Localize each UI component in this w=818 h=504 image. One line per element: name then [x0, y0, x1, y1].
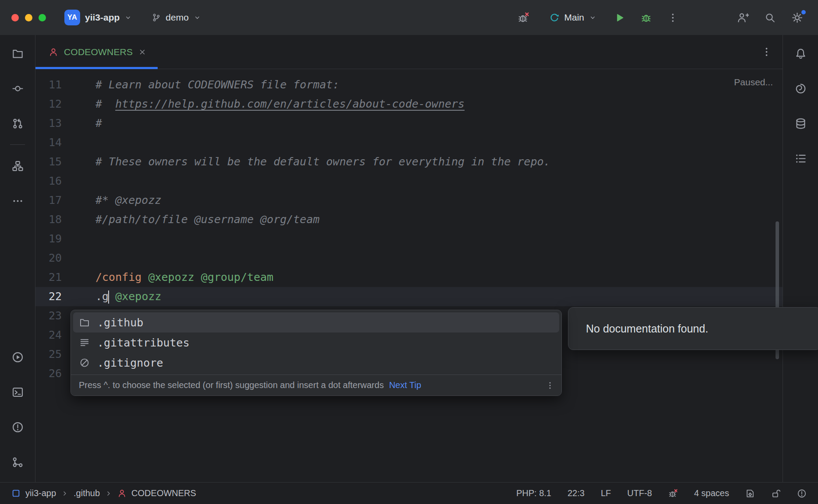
line-code: # — [62, 114, 783, 133]
run-button[interactable] — [611, 10, 628, 26]
branch-widget[interactable]: demo — [148, 9, 205, 26]
line-number: 17 — [35, 191, 62, 210]
chevron-down-icon — [194, 14, 201, 21]
add-user-icon — [737, 12, 749, 24]
tab-list-options-button[interactable] — [758, 35, 775, 69]
close-tab-icon[interactable] — [138, 48, 146, 56]
kebab-menu-icon — [667, 12, 678, 23]
completion-item[interactable]: .github — [73, 312, 559, 332]
code-line[interactable]: 12# https://help.github.com/en/articles/… — [35, 94, 783, 114]
zoom-window-button[interactable] — [39, 14, 46, 21]
muted-breakpoints-icon[interactable] — [668, 489, 678, 498]
line-number: 16 — [35, 172, 62, 191]
run-configuration-widget[interactable]: Main — [545, 9, 601, 26]
kebab-menu-icon — [761, 46, 772, 57]
code-line[interactable]: 21/config @xepozz @group/team — [35, 268, 783, 287]
chevron-down-icon — [589, 14, 596, 21]
code-token: /config — [95, 271, 141, 284]
breadcrumb-label: CODEOWNERS — [131, 488, 196, 498]
debugger-status-label: Paused... — [734, 77, 773, 88]
breadcrumb-separator-icon — [61, 490, 68, 497]
code-line[interactable]: 19 — [35, 229, 783, 248]
hint-options-icon[interactable] — [546, 381, 554, 390]
code-line[interactable]: 13# — [35, 114, 783, 133]
structure-tool-button[interactable] — [5, 154, 30, 178]
codeowners-avatar-icon — [49, 47, 58, 57]
notifications-tool-button[interactable] — [788, 41, 813, 66]
run-circle-icon — [12, 351, 24, 363]
code-line[interactable]: 15# These owners will be the default own… — [35, 152, 783, 172]
code-line[interactable]: 18#/path/to/file @username @org/team — [35, 210, 783, 229]
tab-codeowners[interactable]: CODEOWNERS — [35, 35, 158, 69]
todo-tool-button[interactable] — [788, 146, 813, 171]
run-tool-button[interactable] — [5, 345, 30, 369]
line-code: #/path/to/file @username @org/team — [62, 210, 783, 229]
line-number: 14 — [35, 133, 62, 152]
breadcrumb-item[interactable]: .github — [74, 488, 100, 498]
line-number: 13 — [35, 114, 62, 133]
php-version[interactable]: PHP: 8.1 — [516, 488, 551, 498]
database-tool-button[interactable] — [788, 111, 813, 136]
line-number: 22 — [35, 287, 62, 306]
branch-name: demo — [166, 12, 189, 23]
more-tool-windows-button[interactable] — [5, 189, 30, 213]
problems-tool-button[interactable] — [5, 415, 30, 439]
code-token: # These owners will be the default owner… — [95, 155, 550, 168]
code-editor[interactable]: 11# Learn about CODEOWNERS file format:1… — [35, 69, 783, 482]
code-line[interactable]: 16 — [35, 172, 783, 191]
project-widget[interactable]: YA yii3-app — [60, 6, 136, 29]
settings-button[interactable] — [789, 9, 806, 26]
folder-icon — [12, 48, 24, 60]
commit-icon — [12, 83, 24, 94]
code-line[interactable]: 11# Learn about CODEOWNERS file format: — [35, 75, 783, 94]
project-badge: YA — [64, 10, 80, 25]
code-token: .g — [95, 290, 109, 303]
code-token: # — [95, 98, 115, 110]
completion-item[interactable]: .gitignore — [73, 353, 559, 373]
breadcrumb-item[interactable]: CODEOWNERS — [117, 488, 196, 498]
line-code: # These owners will be the default owner… — [62, 152, 783, 172]
indent-size[interactable]: 4 spaces — [694, 488, 729, 498]
code-token — [109, 290, 115, 303]
commit-tool-button[interactable] — [5, 76, 30, 101]
line-code — [62, 133, 783, 152]
file-lock-icon[interactable] — [771, 489, 781, 498]
documentation-message: No documentation found. — [586, 322, 708, 335]
breadcrumb-item[interactable]: yii3-app — [11, 488, 56, 498]
git-tool-button[interactable] — [5, 450, 30, 474]
terminal-tool-button[interactable] — [5, 380, 30, 404]
code-line[interactable]: 22.g @xepozz — [35, 287, 783, 306]
caret-position[interactable]: 22:3 — [568, 488, 585, 498]
run-config-icon — [550, 13, 559, 22]
line-number: 20 — [35, 248, 62, 268]
code-style-icon[interactable] — [745, 489, 755, 498]
project-tool-button[interactable] — [5, 41, 30, 66]
text-file-icon — [79, 337, 90, 348]
pull-requests-tool-button[interactable] — [5, 111, 30, 136]
code-line[interactable]: 20 — [35, 248, 783, 268]
completion-popup: .github.gitattributes.gitignore Press ^.… — [71, 310, 562, 396]
structure-icon — [12, 160, 24, 172]
completion-item[interactable]: .gitattributes — [73, 332, 559, 353]
search-everywhere-button[interactable] — [762, 10, 778, 26]
code-line[interactable]: 14 — [35, 133, 783, 152]
status-bar: yii3-app.githubCODEOWNERS PHP: 8.1 22:3 … — [0, 482, 818, 504]
code-line[interactable]: 17#* @xepozz — [35, 191, 783, 210]
next-tip-link[interactable]: Next Tip — [389, 380, 421, 390]
settings-notification-dot — [801, 10, 806, 14]
more-actions-button[interactable] — [665, 10, 681, 26]
code-with-me-button[interactable] — [734, 9, 751, 26]
ai-assistant-tool-button[interactable] — [788, 76, 813, 101]
line-code — [62, 229, 783, 248]
minimize-window-button[interactable] — [25, 14, 32, 21]
line-number: 19 — [35, 229, 62, 248]
run-config-name: Main — [564, 12, 584, 23]
close-window-button[interactable] — [11, 14, 19, 21]
debug-button[interactable] — [638, 10, 654, 26]
line-separator[interactable]: LF — [601, 488, 611, 498]
file-encoding[interactable]: UTF-8 — [627, 488, 652, 498]
inspections-widget-icon[interactable] — [797, 489, 807, 498]
titlebar: YA yii3-app demo Main — [0, 0, 818, 35]
mute-breakpoints-button[interactable] — [515, 9, 532, 26]
terminal-icon — [12, 386, 24, 398]
